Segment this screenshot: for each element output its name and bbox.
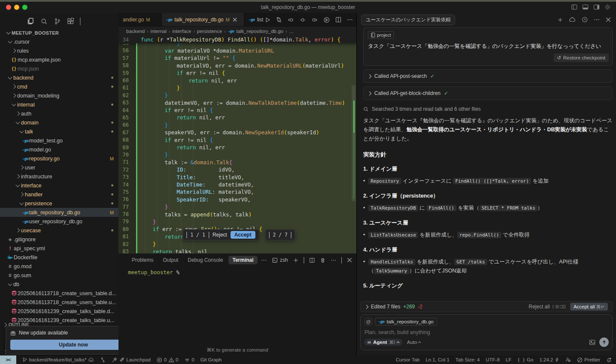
chat-input[interactable]: @ -go talk_repository_db.go Plan, search…	[360, 314, 613, 350]
chevron-up-icon[interactable]	[187, 232, 187, 238]
code-line[interactable]: 64if err != nil {	[118, 107, 356, 114]
code-line[interactable]: 75MaterialURL: materialVO,	[118, 188, 356, 195]
shell-chip[interactable]: zsh	[272, 257, 288, 263]
code-line[interactable]: 70}	[118, 151, 356, 158]
run-icon[interactable]	[265, 17, 270, 23]
chat-tab[interactable]: ユースケースのバックエンド実装依頼	[361, 15, 455, 25]
context-file-chip[interactable]: -go talk_repository_db.go	[375, 318, 437, 326]
reject-all-button[interactable]: Reject all ⇧⌘⌫	[529, 304, 566, 310]
tree-item[interactable]: -gorepository.goM	[0, 154, 118, 163]
settings-gear-icon[interactable]	[604, 4, 611, 10]
tab-debug-console[interactable]: Debug Console	[184, 256, 227, 264]
update-now-button[interactable]: Update now	[10, 340, 118, 350]
terminal-prompt[interactable]: meetup_booster %	[118, 266, 356, 275]
code-line[interactable]: 56var materialVO *domain.MaterialURL	[118, 47, 356, 54]
eol-item[interactable]: LF	[506, 357, 511, 362]
tree-item[interactable]: ≡go.sum	[0, 271, 118, 280]
code-line[interactable]: 67speakerVO, err := domain.NewSpeakerId(…	[118, 129, 356, 136]
remote-indicator[interactable]: ><	[0, 355, 16, 364]
tab-problems[interactable]: Problems	[128, 256, 157, 264]
maximize-panel-icon[interactable]	[341, 257, 342, 263]
tree-item[interactable]: interface	[0, 181, 118, 190]
tree-item[interactable]: -gomodel.go	[0, 145, 118, 154]
run-code-icon[interactable]	[323, 17, 330, 23]
search-summary[interactable]: Searched 3 times and read talk and 6 oth…	[363, 106, 613, 112]
code-line[interactable]: 69return nil, err	[118, 144, 356, 151]
tab-talk-repository-db-go[interactable]: -go talk_repository_db.go M	[162, 13, 244, 26]
tree-item[interactable]: ◈.gitignore	[0, 235, 118, 244]
chevron-down-icon[interactable]	[80, 18, 80, 25]
prettier-item[interactable]: Prettier	[577, 357, 600, 363]
sticky-scroll-line[interactable]: 34func (r *TalkRepositoryDB) FindAll() (…	[118, 36, 356, 43]
tree-item[interactable]: 20250616113718_create_users_table.d...	[0, 289, 118, 298]
code-line[interactable]: 71talk := &domain.Talk{	[118, 159, 356, 166]
code-line[interactable]: 78talks = append(talks, talk)	[118, 210, 356, 218]
tree-item[interactable]: domain_modeling	[0, 91, 118, 100]
send-button[interactable]	[599, 337, 609, 347]
tree-item[interactable]: internal	[0, 100, 118, 109]
tree-item[interactable]: 20250616161239_create_talks_table.d...	[0, 307, 118, 316]
code-line[interactable]: 59if err != nil {	[118, 69, 356, 77]
tab-list[interactable]: -go list	[244, 13, 265, 26]
agent-mode-selector[interactable]: ∞ Agent ⌘I	[364, 339, 403, 346]
tree-item[interactable]: user	[0, 163, 118, 172]
tree-item[interactable]: persistence	[0, 199, 118, 208]
compare-changes-icon[interactable]	[276, 17, 282, 23]
tab-terminal[interactable]: Terminal	[228, 256, 257, 264]
source-control-graph-icon[interactable]	[100, 357, 106, 363]
project-root-header[interactable]: MEETUP_BOOSTER	[0, 29, 118, 37]
tab-output[interactable]: Output	[159, 256, 182, 264]
cloud-icon[interactable]	[569, 16, 576, 23]
close-panel-icon[interactable]	[347, 257, 352, 263]
add-context-button[interactable]: @	[364, 318, 372, 326]
tool-call-row[interactable]: Called API-get-block-children ✓	[363, 86, 613, 100]
tree-item[interactable]: -gomodel_test.go	[0, 136, 118, 145]
code-line[interactable]: 76SpeakerID: speakerVO,	[118, 196, 356, 203]
tab-size-item[interactable]: Tab Size: 4	[456, 357, 480, 362]
problems-item[interactable]: 0 0	[157, 357, 178, 363]
code-line[interactable]: 74DateTime: datetimeVO,	[118, 181, 356, 188]
tree-item[interactable]: talk	[0, 127, 118, 136]
model-selector[interactable]: Auto	[407, 340, 421, 345]
new-terminal-icon[interactable]	[293, 257, 299, 263]
change-indicator-icon[interactable]	[299, 17, 306, 23]
breadcrumb[interactable]: backend› internal› interface› persistenc…	[118, 27, 356, 36]
tree-item[interactable]: ≡go.mod	[0, 262, 118, 271]
user-message[interactable]: project タスク「ユースケース「勉強会の一覧を確認する」のバックエンド実装…	[363, 27, 613, 66]
cursor-position-item[interactable]: Ln 1, Col 1	[426, 357, 450, 362]
tree-item[interactable]: infrastructure	[0, 172, 118, 181]
reject-button[interactable]: Reject	[213, 232, 227, 238]
tree-item[interactable]: Dockerfile	[0, 253, 118, 262]
attach-image-icon[interactable]	[589, 339, 595, 346]
history-icon[interactable]	[582, 17, 588, 23]
code-line[interactable]: 60return nil, err	[118, 77, 356, 84]
code-line[interactable]: 68if err != nil {	[118, 136, 356, 143]
code-line[interactable]: 61}	[118, 84, 356, 92]
source-control-icon[interactable]	[53, 18, 61, 25]
git-graph-item[interactable]: Git Graph	[200, 357, 222, 362]
split-editor-icon[interactable]	[335, 17, 341, 23]
close-tab-icon[interactable]	[233, 18, 237, 22]
extensions-icon[interactable]	[67, 18, 74, 25]
launchpad-item[interactable]: Launchpad	[112, 357, 151, 363]
encoding-item[interactable]: UTF-8	[486, 357, 500, 362]
tree-item[interactable]: backend	[0, 73, 118, 82]
tree-item[interactable]: {}mcp.json	[0, 64, 118, 73]
tree-item[interactable]: handler	[0, 190, 118, 199]
code-line[interactable]: 63datetimeVO, err := domain.NewTalkDateT…	[118, 99, 356, 107]
code-line[interactable]: 65return nil, err	[118, 114, 356, 121]
chevron-down-icon[interactable]	[209, 232, 209, 238]
code-line[interactable]: 62}	[118, 92, 356, 99]
cursor-tab-item[interactable]: Cursor Tab	[396, 357, 420, 362]
tree-item[interactable]: db	[0, 280, 118, 289]
accept-button[interactable]: Accept	[231, 231, 255, 239]
ports-item[interactable]: 0	[184, 357, 194, 363]
toggle-secondary-sidebar-icon[interactable]	[593, 4, 600, 10]
language-mode-item[interactable]: { } Go	[518, 357, 533, 362]
chevron-down-icon[interactable]	[304, 257, 304, 263]
code-line[interactable]: 57if materialUrl != "" {	[118, 54, 356, 62]
accept-all-button[interactable]: Accept all ⌘↵	[570, 303, 608, 311]
next-change-icon[interactable]	[311, 17, 318, 23]
previous-change-icon[interactable]	[287, 17, 294, 23]
tree-item[interactable]: domain	[0, 118, 118, 127]
